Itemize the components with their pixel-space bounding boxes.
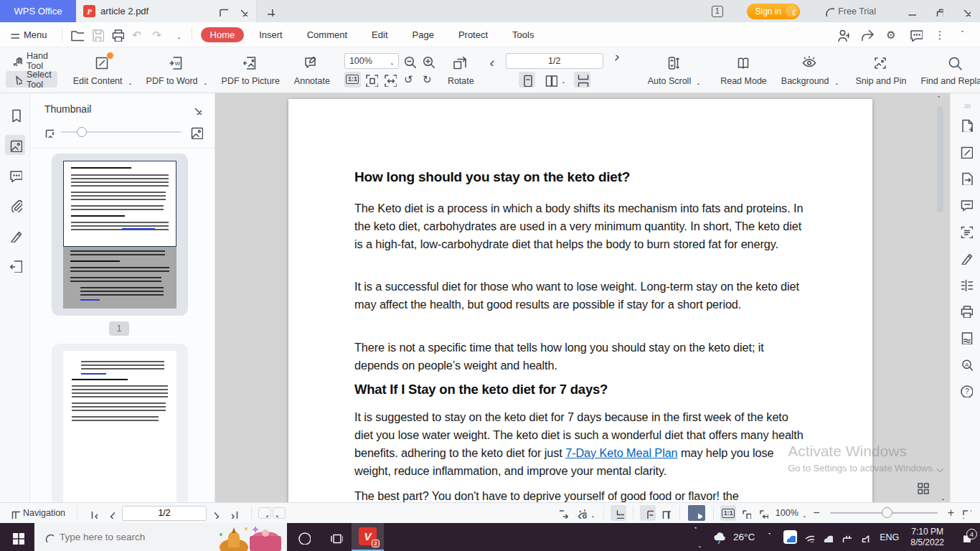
find-and-replace-button[interactable]: Find and Replace [913, 47, 980, 93]
rotate-left-button[interactable]: ↺ [400, 72, 417, 88]
print-document-button[interactable] [955, 300, 976, 321]
redo-button[interactable]: ↷ [149, 26, 166, 43]
annotate-button[interactable]: Annotate [287, 47, 337, 93]
search-input[interactable] [60, 532, 196, 542]
single-page-view-button[interactable] [640, 505, 656, 521]
more-options-button[interactable]: ⋮ [931, 26, 948, 43]
previous-page-button[interactable] [487, 53, 504, 69]
two-page-view-button[interactable] [542, 72, 567, 88]
vertical-scrollbar[interactable] [934, 93, 947, 502]
sign-in-button[interactable]: Sign in [747, 4, 801, 19]
tab-tools[interactable]: Tools [503, 27, 543, 42]
page-grid-button[interactable] [913, 478, 931, 496]
wps-office-home-tab[interactable]: WPS Office [0, 0, 76, 22]
tab-page[interactable]: Page [403, 27, 443, 42]
view-history-back-button[interactable] [258, 507, 271, 519]
close-tab-button[interactable] [235, 4, 249, 19]
zoom-slider-handle[interactable] [882, 507, 892, 518]
pan-page-button[interactable] [557, 505, 573, 521]
edit-pdf-button[interactable] [955, 141, 976, 162]
new-page-button[interactable] [955, 114, 976, 136]
two-page-view-button[interactable] [657, 505, 673, 521]
share-button[interactable] [858, 26, 875, 43]
comments-panel-button[interactable] [5, 165, 25, 185]
start-button[interactable] [0, 523, 34, 551]
meal-plan-hyperlink[interactable]: 7-Day Keto Meal Plan [565, 446, 677, 459]
scrollbar-thumb[interactable] [937, 106, 943, 212]
status-page-indicator-input[interactable] [122, 506, 207, 521]
tab-home[interactable]: Home [201, 27, 245, 42]
fit-width-button[interactable] [755, 505, 771, 521]
thumbnail-hidden-region[interactable] [63, 247, 176, 309]
language-indicator[interactable]: ENG [874, 532, 905, 542]
help-button[interactable] [955, 380, 976, 401]
read-mode-button[interactable]: Read Mode [713, 47, 774, 93]
hand-tool-button[interactable]: Hand Tool [6, 52, 57, 69]
drag-handle-icon[interactable] [960, 98, 971, 108]
document-area[interactable]: How long should you stay on the keto die… [215, 93, 950, 502]
tab-insert[interactable]: Insert [250, 27, 292, 42]
volume-tray-icon[interactable] [855, 532, 874, 542]
search-document-button[interactable] [955, 353, 976, 375]
save-button[interactable] [88, 26, 105, 43]
zoom-level-select[interactable]: 100% [344, 53, 399, 69]
slider-handle[interactable] [77, 127, 87, 137]
taskbar-search[interactable] [34, 523, 287, 551]
share-to-screen-button[interactable] [215, 4, 230, 19]
background-quick-button[interactable] [574, 505, 597, 521]
restore-button[interactable] [927, 0, 948, 22]
undo-button[interactable]: ↶ [128, 26, 146, 43]
fit-page-button[interactable] [363, 72, 380, 88]
attachments-panel-button[interactable] [5, 195, 25, 215]
tray-scroll-buttons[interactable] [689, 527, 705, 547]
customize-quick-access-button[interactable] [169, 26, 186, 43]
last-page-button[interactable] [229, 505, 245, 521]
next-page-button[interactable] [606, 53, 622, 69]
wifi-tray-icon[interactable] [799, 532, 818, 542]
export-panel-button[interactable] [5, 255, 25, 276]
scroll-up-button[interactable] [936, 95, 945, 104]
menu-button[interactable]: Menu [0, 29, 56, 40]
onedrive-tray-icon[interactable] [818, 532, 837, 542]
signature-panel-button[interactable] [5, 225, 25, 245]
show-hidden-icons-button[interactable] [762, 533, 781, 541]
tab-comment[interactable]: Comment [298, 27, 357, 42]
clock-widget[interactable]: 7:10 PM 8/5/2022 [905, 527, 950, 548]
rotate-right-button[interactable]: ↻ [419, 72, 435, 88]
settings-button[interactable]: ⚙ [882, 26, 900, 43]
bookmarks-panel-button[interactable] [5, 105, 25, 125]
view-history-forward-button[interactable] [273, 507, 286, 519]
zoom-out-button[interactable]: − [810, 507, 822, 519]
navigation-toggle-button[interactable] [6, 505, 22, 521]
zoom-level-select[interactable]: 100% [772, 505, 809, 521]
previous-page-button[interactable] [101, 505, 117, 521]
battery-tray-icon[interactable] [837, 532, 855, 542]
close-panel-icon[interactable] [191, 104, 202, 115]
rotate-button[interactable]: Rotate [440, 47, 481, 93]
slider-track[interactable] [61, 131, 182, 133]
export-pdf-button[interactable] [955, 167, 976, 189]
scroll-down-button[interactable] [936, 491, 945, 500]
pdf-to-word-button[interactable]: PDF to Word [139, 47, 215, 93]
wps-cloud-tray-icon[interactable] [781, 530, 799, 544]
continuous-view-button[interactable] [574, 72, 590, 88]
fit-page-button[interactable] [738, 505, 753, 521]
page-indicator-input[interactable] [506, 53, 603, 69]
watermark-button[interactable] [955, 326, 976, 348]
zoom-out-button[interactable] [401, 53, 418, 69]
window-count-button[interactable]: 1 [712, 6, 723, 17]
zoom-in-button[interactable] [420, 53, 436, 69]
split-merge-button[interactable] [955, 273, 976, 295]
first-page-button[interactable] [84, 505, 100, 521]
pdf-page-1[interactable]: How long should you stay on the keto die… [288, 99, 872, 502]
actual-size-button[interactable]: 1:1 [344, 72, 361, 88]
document-tab[interactable]: P article 2.pdf [76, 0, 257, 22]
cortana-button[interactable] [287, 523, 319, 551]
add-comment-button[interactable] [955, 194, 976, 215]
zoom-slider[interactable] [830, 512, 938, 514]
collapse-ribbon-button[interactable] [956, 26, 973, 43]
ocr-text-button[interactable] [955, 220, 976, 242]
new-tab-button[interactable] [257, 0, 281, 22]
wps-office-taskbar-button[interactable]: V2 [352, 523, 384, 551]
tab-edit[interactable]: Edit [362, 27, 397, 42]
